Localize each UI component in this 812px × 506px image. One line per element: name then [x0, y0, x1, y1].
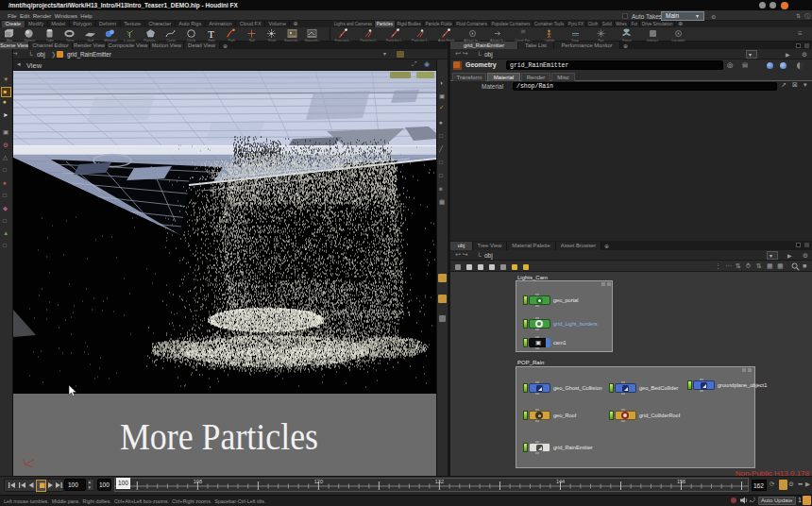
svg-text:120: 120 [314, 479, 323, 484]
svg-text:108: 108 [194, 479, 202, 484]
svg-text:More Particles: More Particles [120, 416, 318, 457]
svg-text:132: 132 [435, 479, 444, 484]
svg-text:T: T [208, 28, 214, 39]
svg-text:156: 156 [677, 479, 685, 484]
svg-text:❞: ❞ [521, 28, 526, 39]
svg-text:144: 144 [556, 479, 565, 484]
